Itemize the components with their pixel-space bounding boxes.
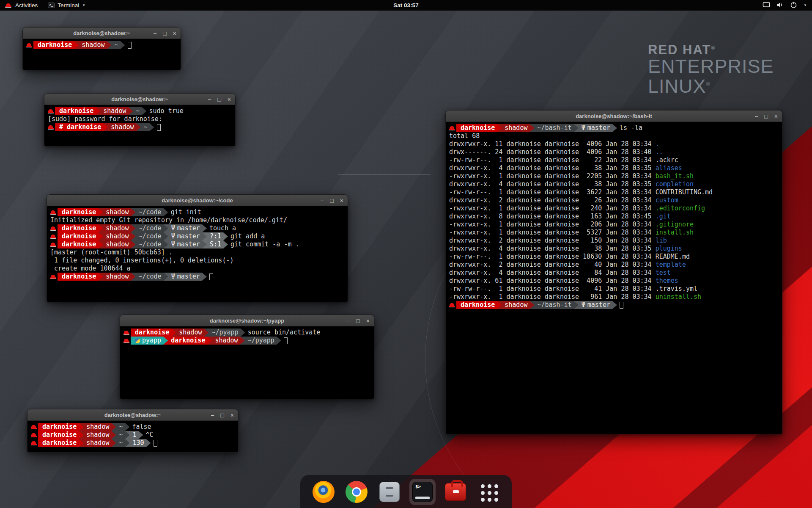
output-text: drwxrwxr-x. 4 darknoise darknoise 38 Jan… <box>449 164 656 172</box>
close-button[interactable]: × <box>228 97 231 102</box>
clock[interactable]: Sat 03:57 <box>393 2 418 8</box>
close-button[interactable]: × <box>173 30 176 36</box>
terminal-window-3[interactable]: darknoise@shadow:~ − □ × darknoiseshadow… <box>27 409 239 453</box>
rhel-brand-logo: RED HAT® ENTERPRISE LINUX® <box>648 43 774 97</box>
prompt-segment-git: Ψmaster <box>164 240 207 248</box>
dock: $> <box>300 475 512 508</box>
terminal-line: Initialized empty Git repository in /hom… <box>50 216 344 224</box>
app-menu-terminal[interactable]: >_ Terminal ▼ <box>43 0 91 11</box>
maximize-button[interactable]: □ <box>220 412 224 418</box>
redhat-prompt-icon <box>50 208 58 216</box>
brand-reg-mark: ® <box>711 45 716 51</box>
minimize-button[interactable]: − <box>211 412 214 418</box>
terminal-cursor <box>157 124 161 131</box>
prompt-segment-host: shadow <box>79 439 116 447</box>
maximize-button[interactable]: □ <box>764 113 768 119</box>
dock-item-toolbox[interactable] <box>442 479 469 505</box>
window-titlebar[interactable]: darknoise@shadow:~ − □ × <box>44 94 235 105</box>
dock-item-app-grid[interactable] <box>475 479 502 505</box>
terminal-line: darknoiseshadow~/codegit init <box>50 208 344 216</box>
wallpaper-line <box>338 174 431 175</box>
close-button[interactable]: × <box>230 412 234 418</box>
prompt-segment-user: darknoise <box>38 423 83 431</box>
prompt-segment-host: shadow <box>497 301 534 309</box>
dock-item-chrome[interactable] <box>343 479 370 505</box>
minimize-button[interactable]: − <box>153 30 156 36</box>
window-title: darknoise@shadow:~ <box>44 94 235 105</box>
maximize-button[interactable]: □ <box>330 198 333 204</box>
prompt-segment-git: Ψmaster <box>164 224 207 232</box>
terminal-window-bash-it[interactable]: darknoise@shadow:~/bash-it − □ × darknoi… <box>445 110 782 434</box>
terminal-content[interactable]: darknoiseshadow~sudo true[sudo] password… <box>44 105 235 146</box>
file-name: uninstall.sh <box>656 293 701 301</box>
prompt-segment-host: shadow <box>98 240 135 248</box>
close-button[interactable]: × <box>340 198 343 204</box>
activities-button[interactable]: Activities <box>0 0 43 11</box>
terminal-window-1[interactable]: darknoise@shadow:~ − □ × darknoiseshadow… <box>22 27 181 70</box>
maximize-button[interactable]: □ <box>217 97 221 102</box>
redhat-prompt-icon <box>50 273 58 281</box>
redhat-prompt-icon <box>449 124 456 132</box>
terminal-content[interactable]: darknoiseshadow~falsedarknoiseshadow~1^C… <box>27 421 238 452</box>
dock-item-firefox[interactable] <box>310 479 337 505</box>
terminal-window-pyapp[interactable]: darknoise@shadow:~/pyapp − □ × darknoise… <box>120 315 374 399</box>
output-text: total 68 <box>449 132 480 140</box>
minimize-button[interactable]: − <box>208 97 211 102</box>
terminal-line: -rwxrwxr-x. 1 darknoise darknoise 206 Ja… <box>449 221 779 229</box>
output-text: -rw-rw-r--. 1 darknoise darknoise 22 Jan… <box>449 156 656 164</box>
minimize-button[interactable]: − <box>754 113 758 119</box>
prompt-segment-host: shadow <box>98 208 135 216</box>
terminal-line: # darknoiseshadow~ <box>48 123 232 131</box>
prompt-segment-path: ~/pyapp <box>240 337 281 345</box>
terminal-line: drwxrwxr-x. 8 darknoise darknoise 163 Ja… <box>449 213 779 221</box>
output-text: -rwxrwxr-x. 1 darknoise darknoise 961 Ja… <box>449 293 656 301</box>
terminal-content[interactable]: darknoiseshadow~ <box>23 39 181 70</box>
window-titlebar[interactable]: darknoise@shadow:~ − □ × <box>23 28 181 39</box>
file-name: custom <box>656 196 678 204</box>
brand-linux: LINUX <box>648 75 706 97</box>
close-button[interactable]: × <box>774 113 778 119</box>
terminal-window-2[interactable]: darknoise@shadow:~ − □ × darknoiseshadow… <box>44 93 236 146</box>
prompt-segment-host: shadow <box>171 329 208 337</box>
window-titlebar[interactable]: darknoise@shadow:~/bash-it − □ × <box>446 110 782 122</box>
file-name: install.sh <box>656 229 694 237</box>
window-titlebar[interactable]: darknoise@shadow:~/code − □ × <box>47 195 348 206</box>
minimize-button[interactable]: − <box>320 198 324 204</box>
minimize-button[interactable]: − <box>346 318 350 324</box>
terminal-icon: $> <box>412 482 433 502</box>
file-name: .gitignore <box>656 221 694 229</box>
terminal-line: darknoiseshadow~/bash-itΨmaster <box>449 301 779 309</box>
dock-item-terminal[interactable]: $> <box>409 479 436 505</box>
terminal-line: drwx------. 24 darknoise darknoise 4096 … <box>449 148 779 156</box>
output-text: -rw-rw-r--. 1 darknoise darknoise 3622 J… <box>449 188 656 196</box>
dock-item-files[interactable] <box>376 479 403 505</box>
chrome-icon <box>346 481 368 503</box>
maximize-button[interactable]: □ <box>163 30 166 36</box>
terminal-window-code[interactable]: darknoise@shadow:~/code − □ × darknoises… <box>47 194 348 302</box>
terminal-line: drwxrwxr-x. 2 darknoise darknoise 26 Jan… <box>449 196 779 204</box>
maximize-button[interactable]: □ <box>356 318 359 324</box>
volume-icon[interactable] <box>776 2 784 9</box>
terminal-content[interactable]: darknoiseshadow~/pyappsource bin/activat… <box>120 326 374 399</box>
file-name: plugins <box>656 245 682 253</box>
terminal-content[interactable]: darknoiseshadow~/bash-itΨmasterls -latot… <box>446 122 782 434</box>
terminal-line: drwxrwxr-x. 61 darknoise darknoise 4096 … <box>449 277 779 285</box>
prompt-segment-path: ~/code <box>131 273 168 281</box>
prompt-segment-user: darknoise <box>456 124 502 132</box>
caret-down-icon: ▼ <box>82 3 85 7</box>
file-name: README.md <box>656 253 690 261</box>
terminal-line: create mode 100644 a <box>50 265 344 273</box>
output-text: drwxrwxr-x. 4 darknoise darknoise 38 Jan… <box>449 180 656 188</box>
power-icon[interactable] <box>790 1 797 10</box>
display-icon[interactable] <box>763 2 770 9</box>
terminal-content[interactable]: darknoiseshadow~/codegit initInitialized… <box>47 206 348 302</box>
window-titlebar[interactable]: darknoise@shadow:~ − □ × <box>27 409 238 421</box>
prompt-segment-user: darknoise <box>58 273 103 281</box>
prompt-segment-user: darknoise <box>38 431 83 439</box>
terminal-line: drwxrwxr-x. 4 darknoise darknoise 38 Jan… <box>449 245 779 253</box>
window-titlebar[interactable]: darknoise@shadow:~/pyapp − □ × <box>120 315 374 326</box>
window-title: darknoise@shadow:~/code <box>47 195 348 206</box>
terminal-cursor <box>620 302 623 309</box>
close-button[interactable]: × <box>366 318 370 324</box>
prompt-segment-host: shadow <box>79 423 116 431</box>
